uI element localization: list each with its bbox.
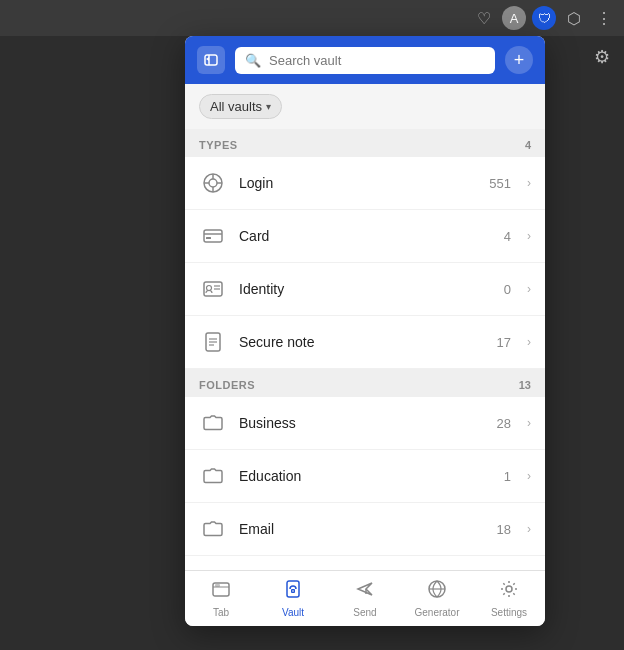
add-button[interactable]: + <box>505 46 533 74</box>
identity-chevron-icon: › <box>527 282 531 296</box>
email-count: 18 <box>497 522 511 537</box>
generator-icon <box>427 579 447 604</box>
settings-gear-icon[interactable]: ⚙ <box>594 46 610 68</box>
vault-icon <box>283 579 303 604</box>
send-nav[interactable]: Send <box>329 571 401 626</box>
svg-point-20 <box>292 590 294 592</box>
types-count: 4 <box>525 139 531 151</box>
business-label: Business <box>239 415 485 431</box>
vault-selector-label: All vaults <box>210 99 262 114</box>
browser-toolbar: ♡ A 🛡 ⬡ ⋮ <box>0 0 624 36</box>
bitwarden-icon[interactable]: 🛡 <box>532 6 556 30</box>
search-icon: 🔍 <box>245 53 261 68</box>
identity-item[interactable]: Identity 0 › <box>185 263 545 316</box>
entertainment-folder[interactable]: Entertainment 4 › <box>185 556 545 570</box>
business-count: 28 <box>497 416 511 431</box>
identity-label: Identity <box>239 281 492 297</box>
popup-header: 🔍 + <box>185 36 545 84</box>
tab-icon <box>211 579 231 604</box>
business-folder-icon <box>199 409 227 437</box>
chevron-down-icon: ▾ <box>266 101 271 112</box>
identity-count: 0 <box>504 282 511 297</box>
login-icon <box>199 169 227 197</box>
education-count: 1 <box>504 469 511 484</box>
bitwarden-popup: 🔍 + All vaults ▾ TYPES 4 <box>185 36 545 626</box>
business-chevron-icon: › <box>527 416 531 430</box>
login-chevron-icon: › <box>527 176 531 190</box>
folders-count: 13 <box>519 379 531 391</box>
card-chevron-icon: › <box>527 229 531 243</box>
folders-label: FOLDERS <box>199 379 255 391</box>
education-folder-icon <box>199 462 227 490</box>
svg-rect-17 <box>215 584 220 587</box>
email-label: Email <box>239 521 485 537</box>
card-count: 4 <box>504 229 511 244</box>
svg-point-11 <box>207 286 212 291</box>
send-icon <box>355 579 375 604</box>
secure-note-label: Secure note <box>239 334 485 350</box>
back-button[interactable] <box>197 46 225 74</box>
secure-note-icon <box>199 328 227 356</box>
settings-nav[interactable]: Settings <box>473 571 545 626</box>
identity-icon <box>199 275 227 303</box>
generator-label: Generator <box>414 607 459 618</box>
secure-note-chevron-icon: › <box>527 335 531 349</box>
vault-label: Vault <box>282 607 304 618</box>
save-icon[interactable]: ♡ <box>472 6 496 30</box>
business-folder[interactable]: Business 28 › <box>185 397 545 450</box>
secure-note-count: 17 <box>497 335 511 350</box>
svg-point-2 <box>209 179 217 187</box>
share-icon[interactable]: ⬡ <box>562 6 586 30</box>
login-label: Login <box>239 175 477 191</box>
send-label: Send <box>353 607 376 618</box>
card-label: Card <box>239 228 492 244</box>
login-count: 551 <box>489 176 511 191</box>
email-folder-icon <box>199 515 227 543</box>
education-folder[interactable]: Education 1 › <box>185 450 545 503</box>
email-chevron-icon: › <box>527 522 531 536</box>
svg-rect-9 <box>206 237 211 239</box>
popup-body: All vaults ▾ TYPES 4 Login 551 <box>185 84 545 570</box>
card-icon <box>199 222 227 250</box>
generator-nav[interactable]: Generator <box>401 571 473 626</box>
search-input[interactable] <box>269 53 485 68</box>
bottom-navigation: Tab Vault Send <box>185 570 545 626</box>
avatar-icon[interactable]: A <box>502 6 526 30</box>
types-label: TYPES <box>199 139 238 151</box>
vault-selector-button[interactable]: All vaults ▾ <box>199 94 282 119</box>
settings-label: Settings <box>491 607 527 618</box>
card-item[interactable]: Card 4 › <box>185 210 545 263</box>
menu-icon[interactable]: ⋮ <box>592 6 616 30</box>
settings-icon <box>499 579 519 604</box>
folders-section-header: FOLDERS 13 <box>185 369 545 397</box>
svg-rect-0 <box>205 55 217 65</box>
search-box[interactable]: 🔍 <box>235 47 495 74</box>
svg-point-23 <box>506 586 512 592</box>
vault-selector-area: All vaults ▾ <box>185 84 545 129</box>
tab-nav[interactable]: Tab <box>185 571 257 626</box>
email-folder[interactable]: Email 18 › <box>185 503 545 556</box>
education-chevron-icon: › <box>527 469 531 483</box>
secure-note-item[interactable]: Secure note 17 › <box>185 316 545 369</box>
education-label: Education <box>239 468 492 484</box>
types-section-header: TYPES 4 <box>185 129 545 157</box>
svg-rect-7 <box>204 230 222 242</box>
login-item[interactable]: Login 551 › <box>185 157 545 210</box>
vault-nav[interactable]: Vault <box>257 571 329 626</box>
tab-label: Tab <box>213 607 229 618</box>
